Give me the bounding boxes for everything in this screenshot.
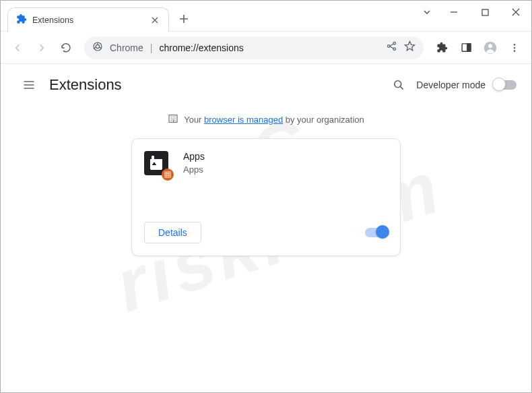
svg-point-2: [96, 44, 99, 48]
svg-point-12: [514, 50, 516, 52]
svg-rect-20: [165, 172, 170, 177]
svg-point-4: [393, 42, 396, 44]
managed-text: Your browser is managed by your organiza…: [184, 115, 364, 125]
developer-mode-toggle[interactable]: [494, 80, 517, 90]
extensions-button[interactable]: [430, 36, 453, 59]
tab-title: Extensions: [32, 16, 144, 25]
hamburger-menu-button[interactable]: [15, 71, 42, 98]
window-titlebar: Extensions: [1, 1, 531, 32]
browser-menu-button[interactable]: [503, 36, 526, 59]
close-tab-button[interactable]: [149, 15, 160, 26]
svg-point-11: [514, 47, 516, 49]
omnibox-actions: [386, 40, 415, 55]
svg-point-5: [393, 48, 396, 51]
extension-item-icon: [144, 151, 171, 178]
tab-search-button[interactable]: [415, 1, 438, 24]
chrome-icon: [92, 41, 103, 55]
forward-button: [30, 36, 53, 59]
details-button[interactable]: Details: [144, 222, 201, 243]
extension-card: Apps Apps Details: [131, 138, 401, 256]
managed-notice: Your browser is managed by your organiza…: [1, 106, 531, 133]
tabs-area: Extensions: [1, 1, 415, 31]
extension-name: Apps: [183, 151, 388, 162]
extension-icon: [16, 13, 27, 27]
extension-enable-toggle[interactable]: [365, 228, 388, 237]
address-bar[interactable]: Chrome | chrome://extensions: [84, 36, 424, 59]
extension-description: Apps: [183, 164, 388, 175]
svg-rect-7: [467, 44, 470, 51]
sidepanel-button[interactable]: [455, 36, 477, 59]
building-icon: [168, 113, 178, 126]
window-close-button[interactable]: [500, 1, 531, 24]
profile-button[interactable]: [479, 36, 502, 59]
developer-mode-label: Developer mode: [416, 80, 486, 90]
policy-badge-icon: [162, 169, 174, 181]
svg-point-10: [514, 44, 516, 46]
page-content: Extensions Developer mode Your browser i…: [1, 64, 531, 256]
bookmark-icon[interactable]: [404, 40, 415, 55]
browser-tab[interactable]: Extensions: [7, 7, 169, 32]
svg-point-3: [387, 45, 390, 48]
minimize-button[interactable]: [438, 1, 469, 24]
back-button: [6, 36, 29, 59]
svg-rect-19: [152, 156, 154, 160]
new-tab-button[interactable]: [174, 9, 193, 28]
maximize-button[interactable]: [469, 1, 500, 24]
browser-toolbar: Chrome | chrome://extensions: [1, 32, 531, 64]
url-text: Chrome | chrome://extensions: [110, 42, 244, 53]
svg-point-9: [488, 44, 492, 48]
reload-button[interactable]: [55, 36, 77, 59]
extensions-header: Extensions Developer mode: [1, 64, 531, 106]
svg-point-13: [395, 81, 401, 88]
window-controls: [415, 1, 531, 31]
search-button[interactable]: [385, 71, 412, 98]
svg-rect-0: [482, 9, 488, 16]
page-title: Extensions: [49, 76, 122, 94]
managed-link[interactable]: browser is managed: [204, 115, 283, 125]
extensions-list: Apps Apps Details: [1, 133, 531, 256]
share-icon[interactable]: [386, 40, 397, 55]
